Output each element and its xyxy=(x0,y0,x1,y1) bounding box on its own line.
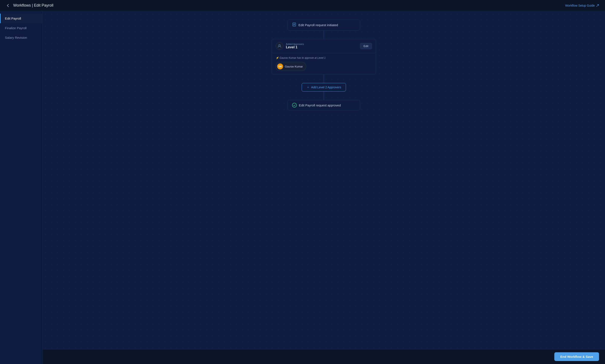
level-card-header-left: Added approvers Level 1 xyxy=(276,42,304,50)
sidebar: Edit Payroll Finalize Payroll Salary Rev… xyxy=(0,11,43,364)
sidebar-item-salary-revision[interactable]: Salary Revision xyxy=(0,33,42,42)
header: Workflows | Edit Payroll Workflow Setup … xyxy=(0,0,605,11)
footer: End Workflow & Save xyxy=(43,349,605,364)
add-level-2-button[interactable]: ＋ Add Level 2 Approvers xyxy=(302,83,346,91)
approved-node: Edit Payroll request approved xyxy=(288,100,360,110)
approver-chip: GK Gaurav Kumar xyxy=(276,62,306,71)
header-left: Workflows | Edit Payroll xyxy=(6,3,53,8)
initiated-label: Edit Payroll request initiated xyxy=(298,23,338,27)
bolt-icon: ⚡ xyxy=(276,56,279,59)
check-icon xyxy=(292,103,297,107)
add-level-label: Add Level 2 Approvers xyxy=(311,86,341,89)
guide-link-label: Workflow Setup Guide xyxy=(565,4,595,7)
level-edit-button[interactable]: Edit xyxy=(360,43,372,49)
connector-3 xyxy=(323,91,324,100)
approver-name: Gaurav Kumar xyxy=(285,65,303,68)
svg-point-1 xyxy=(279,44,280,46)
level-sub-label: Added approvers xyxy=(286,43,304,45)
connector-1 xyxy=(323,30,324,39)
level-meta: Added approvers Level 1 xyxy=(286,43,304,49)
approver-note: ⚡ Gaurav Kumar has to approve at Level 1 xyxy=(276,56,372,59)
end-workflow-save-button[interactable]: End Workflow & Save xyxy=(554,352,599,361)
initiated-node: Edit Payroll request initiated xyxy=(288,20,360,30)
level-card-body: ⚡ Gaurav Kumar has to approve at Level 1… xyxy=(272,53,376,74)
layout: Edit Payroll Finalize Payroll Salary Rev… xyxy=(0,11,605,364)
sidebar-item-finalize-payroll[interactable]: Finalize Payroll xyxy=(0,23,42,33)
workflow-setup-guide-link[interactable]: Workflow Setup Guide xyxy=(565,4,599,7)
connector-2 xyxy=(323,75,324,83)
workflow-flow: Edit Payroll request initiated xyxy=(269,20,379,110)
page-title: Workflows | Edit Payroll xyxy=(13,3,53,8)
level-title: Level 1 xyxy=(286,45,304,49)
plus-icon: ＋ xyxy=(307,85,309,89)
document-icon xyxy=(292,22,296,28)
sidebar-item-edit-payroll[interactable]: Edit Payroll xyxy=(0,14,42,23)
approver-note-text: Gaurav Kumar has to approve at Level 1 xyxy=(280,56,325,59)
approver-icon xyxy=(276,42,283,50)
approved-label: Edit Payroll request approved xyxy=(299,104,341,107)
level-card-header: Added approvers Level 1 Edit xyxy=(272,39,376,53)
main-content: Edit Payroll request initiated xyxy=(43,11,605,364)
approver-avatar: GK xyxy=(277,64,283,69)
back-button[interactable] xyxy=(6,3,10,8)
level-card: Added approvers Level 1 Edit ⚡ Gaurav Ku… xyxy=(272,39,376,75)
external-link-icon xyxy=(596,4,599,7)
